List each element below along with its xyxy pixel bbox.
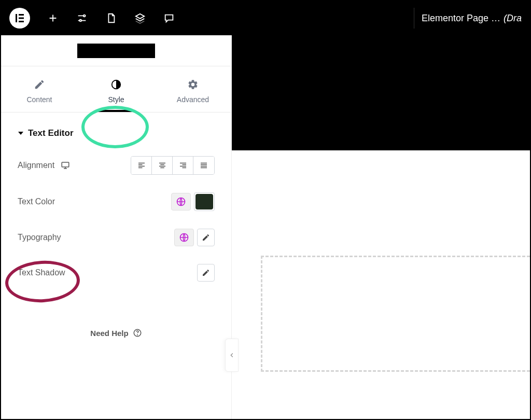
help-icon: [133, 328, 142, 338]
page-settings-button[interactable]: [99, 6, 123, 31]
globe-icon: [179, 232, 189, 243]
svg-rect-1: [19, 14, 24, 16]
alignment-buttons: [131, 156, 215, 175]
desktop-icon[interactable]: [61, 161, 70, 170]
label-text-color: Text Color: [18, 197, 55, 206]
align-justify-button[interactable]: [193, 157, 214, 174]
structure-button[interactable]: [128, 6, 152, 31]
divider: [414, 8, 414, 29]
pencil-icon: [34, 79, 45, 90]
editor-sidebar: Content Style Advanced Text Editor: [1, 35, 232, 419]
svg-point-4: [83, 15, 86, 17]
svg-point-5: [79, 20, 81, 22]
global-color-button[interactable]: [171, 193, 191, 211]
svg-point-11: [137, 334, 137, 335]
control-text-shadow: Text Shadow: [18, 264, 215, 282]
collapse-sidebar-handle[interactable]: [225, 339, 239, 372]
control-text-color: Text Color: [18, 192, 215, 211]
pencil-icon: [202, 269, 210, 277]
globe-icon: [176, 197, 186, 207]
tab-advanced-label: Advanced: [177, 95, 209, 104]
contrast-icon: [110, 79, 122, 90]
need-help-link[interactable]: Need Help: [90, 328, 142, 338]
align-right-button[interactable]: [173, 157, 193, 174]
canvas[interactable]: [232, 35, 530, 419]
site-settings-button[interactable]: [69, 6, 94, 31]
tab-content-label: Content: [26, 95, 52, 104]
style-panel: Text Editor Alignment: [1, 113, 231, 419]
elementor-logo[interactable]: [9, 8, 30, 29]
color-picker[interactable]: [194, 192, 215, 211]
section-title: Text Editor: [28, 128, 74, 138]
text-shadow-edit-button[interactable]: [197, 264, 215, 282]
tab-advanced[interactable]: Advanced: [155, 66, 231, 112]
svg-rect-7: [62, 162, 69, 167]
tab-content[interactable]: Content: [1, 66, 78, 112]
page-title-area: Elementor Page … (Dra: [410, 8, 522, 29]
typography-edit-button[interactable]: [197, 229, 215, 246]
notes-button[interactable]: [157, 6, 181, 31]
tab-style-label: Style: [108, 95, 124, 104]
label-typography: Typography: [18, 233, 61, 242]
page-title[interactable]: Elementor Page …: [422, 13, 500, 24]
panel-tabs: Content Style Advanced: [1, 66, 231, 113]
tab-style[interactable]: Style: [78, 66, 155, 112]
svg-rect-2: [19, 18, 24, 19]
app-container: Elementor Page … (Dra Content Style: [1, 1, 530, 419]
main: Content Style Advanced Text Editor: [1, 35, 530, 419]
canvas-header-section[interactable]: [232, 35, 530, 150]
widget-header: [1, 35, 231, 66]
chevron-left-icon: [228, 352, 235, 359]
widget-title-redacted: [77, 44, 155, 58]
svg-rect-3: [19, 21, 24, 22]
topbar: Elementor Page … (Dra: [1, 1, 530, 35]
align-left-button[interactable]: [131, 157, 152, 174]
section-text-editor[interactable]: Text Editor: [18, 128, 215, 138]
pencil-icon: [202, 233, 210, 242]
page-status: (Dra: [504, 13, 522, 24]
control-typography: Typography: [18, 229, 215, 246]
label-alignment: Alignment: [18, 161, 70, 170]
control-alignment: Alignment: [18, 156, 215, 175]
gear-icon: [187, 79, 199, 90]
help-row: Need Help: [18, 328, 215, 338]
caret-down-icon: [18, 130, 24, 136]
label-text-shadow: Text Shadow: [18, 268, 65, 277]
color-swatch: [195, 194, 213, 209]
add-element-button[interactable]: [40, 6, 65, 31]
global-typography-button[interactable]: [174, 229, 194, 246]
canvas-dropzone[interactable]: [261, 256, 530, 372]
svg-rect-0: [16, 14, 17, 22]
align-center-button[interactable]: [152, 157, 173, 174]
